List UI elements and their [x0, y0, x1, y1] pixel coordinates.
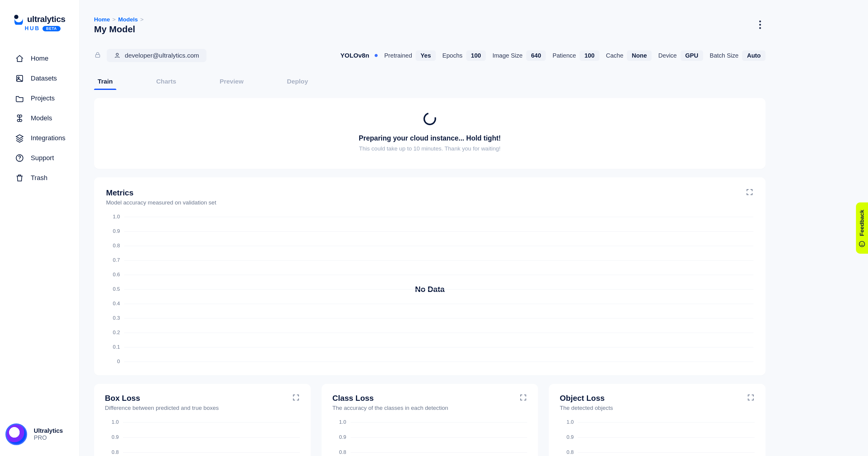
- gridline: [124, 260, 753, 261]
- y-tick-label: 1.0: [105, 419, 119, 425]
- param-value: 100: [466, 50, 486, 61]
- sidebar-item-label: Integrations: [31, 134, 65, 142]
- param-key: Epochs: [442, 52, 463, 59]
- status-title: Preparing your cloud instance... Hold ti…: [106, 134, 753, 142]
- spinner-icon: [421, 110, 438, 127]
- loss-card-object-loss: Object LossThe detected objects1.00.90.8…: [549, 384, 766, 456]
- sidebar-item-home[interactable]: Home: [0, 49, 79, 68]
- sidebar-item-models[interactable]: Models: [0, 108, 79, 128]
- gridline: [350, 422, 527, 423]
- sidebar-item-trash[interactable]: Trash: [0, 168, 79, 188]
- y-tick-label: 0.2: [106, 330, 120, 336]
- more-actions-button[interactable]: [755, 19, 766, 30]
- expand-icon: [746, 188, 753, 196]
- expand-button[interactable]: [746, 188, 753, 197]
- crumb-models[interactable]: Models: [118, 16, 138, 23]
- sidebar-item-projects[interactable]: Projects: [0, 88, 79, 108]
- sidebar: ultralytics HUB BETA HomeDatasetsProject…: [0, 0, 80, 456]
- feedback-tab[interactable]: Feedback: [856, 202, 868, 254]
- crumb-home[interactable]: Home: [94, 16, 110, 23]
- sidebar-item-label: Home: [31, 55, 49, 62]
- param-key: Device: [658, 52, 677, 59]
- y-tick-label: 0.9: [106, 228, 120, 234]
- gridline: [124, 304, 753, 304]
- svg-point-6: [116, 53, 118, 56]
- expand-icon: [292, 394, 300, 401]
- loss-title: Box Loss: [105, 394, 219, 403]
- y-tick-label: 0.7: [106, 257, 120, 263]
- lock-icon: [94, 51, 101, 60]
- metrics-title: Metrics: [106, 188, 216, 198]
- y-tick-label: 0.8: [560, 449, 574, 455]
- expand-icon: [519, 394, 527, 401]
- y-tick-label: 0.6: [106, 272, 120, 278]
- metrics-card: Metrics Model accuracy measured on valid…: [94, 177, 766, 375]
- help-icon: [15, 153, 24, 163]
- avatar: [5, 423, 27, 445]
- loss-chart: 1.00.90.80.70.6: [333, 419, 527, 456]
- loss-cards-row: Box LossDifference between predicted and…: [94, 384, 766, 456]
- svg-rect-5: [96, 55, 100, 57]
- page-title: My Model: [94, 24, 144, 34]
- y-tick-label: 0.1: [106, 344, 120, 350]
- gridline: [124, 318, 753, 318]
- user-icon: [114, 52, 121, 59]
- param-key: Pretrained: [384, 52, 412, 59]
- expand-icon: [747, 394, 755, 401]
- gridline: [578, 452, 755, 453]
- user-name: Ultralytics: [34, 427, 63, 434]
- y-tick-label: 1.0: [106, 214, 120, 220]
- feedback-icon: [858, 240, 866, 248]
- sidebar-nav: HomeDatasetsProjectsModelsIntegrationsSu…: [0, 49, 79, 188]
- tab-charts[interactable]: Charts: [153, 74, 180, 89]
- brand-logo[interactable]: ultralytics: [0, 0, 79, 25]
- sidebar-item-integrations[interactable]: Integrations: [0, 128, 79, 148]
- expand-button[interactable]: [747, 394, 755, 403]
- gridline: [124, 231, 753, 232]
- owner-pill[interactable]: developer@ultralytics.com: [107, 49, 207, 62]
- param-value: Auto: [742, 50, 766, 61]
- y-tick-label: 0.9: [560, 434, 574, 440]
- param-key: Cache: [606, 52, 624, 59]
- metrics-sub: Model accuracy measured on validation se…: [106, 199, 216, 206]
- loss-title: Class Loss: [333, 394, 448, 403]
- status-card: Preparing your cloud instance... Hold ti…: [94, 98, 766, 169]
- loss-sub: The accuracy of the classes in each dete…: [333, 405, 448, 411]
- expand-button[interactable]: [519, 394, 527, 403]
- tabs: TrainChartsPreviewDeploy: [94, 74, 766, 90]
- loss-title: Object Loss: [560, 394, 613, 403]
- sidebar-item-label: Support: [31, 154, 54, 162]
- status-dot-icon: [375, 54, 378, 57]
- gridline: [123, 452, 300, 453]
- folder-icon: [15, 94, 24, 103]
- model-chip: YOLOv8n: [340, 52, 378, 59]
- ultralytics-mark-icon: [13, 14, 24, 25]
- param-cache: CacheNone: [606, 50, 652, 61]
- status-sub: This could take up to 10 minutes. Thank …: [106, 145, 753, 152]
- sidebar-item-support[interactable]: Support: [0, 148, 79, 168]
- svg-point-9: [863, 243, 863, 244]
- tab-train[interactable]: Train: [94, 74, 116, 89]
- loss-chart: 1.00.90.80.70.6: [560, 419, 755, 456]
- sidebar-item-datasets[interactable]: Datasets: [0, 68, 79, 88]
- svg-point-4: [19, 160, 20, 160]
- svg-point-2: [18, 77, 19, 78]
- beta-badge: BETA: [42, 26, 61, 31]
- gridline: [350, 452, 527, 453]
- loss-chart: 1.00.90.80.70.6: [105, 419, 300, 456]
- metrics-chart: No Data 1.00.90.80.70.60.50.40.30.20.10: [106, 214, 753, 365]
- y-tick-label: 0.8: [333, 449, 346, 455]
- train-params: PretrainedYesEpochs100Image Size640Patie…: [384, 50, 766, 61]
- svg-point-0: [14, 15, 19, 19]
- user-block[interactable]: Ultralytics PRO: [5, 423, 63, 445]
- expand-button[interactable]: [292, 394, 300, 403]
- tab-preview[interactable]: Preview: [216, 74, 247, 89]
- sidebar-item-label: Trash: [31, 174, 47, 182]
- gridline: [124, 333, 753, 333]
- svg-point-8: [861, 243, 861, 244]
- owner-email: developer@ultralytics.com: [125, 52, 199, 59]
- home-icon: [15, 54, 24, 63]
- breadcrumb: Home> Models>: [94, 16, 144, 23]
- loss-sub: The detected objects: [560, 405, 613, 411]
- tab-deploy[interactable]: Deploy: [283, 74, 312, 89]
